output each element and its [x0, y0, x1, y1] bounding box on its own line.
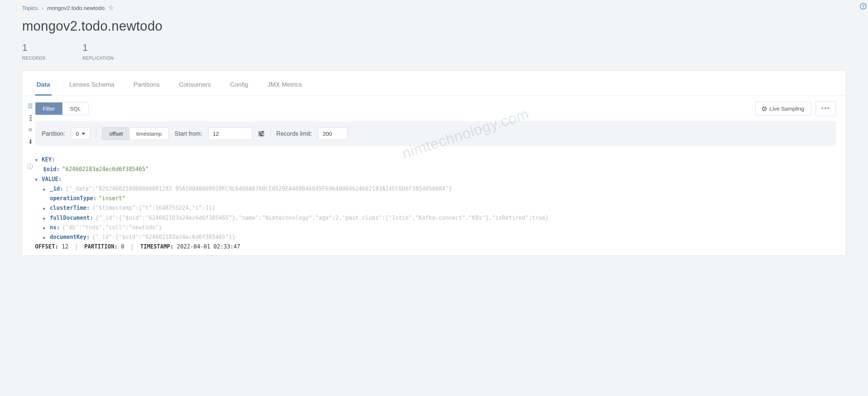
key-label: KEY: [42, 155, 55, 164]
start-from-input[interactable] [208, 127, 252, 140]
document-key-label: documentKey: [50, 232, 90, 242]
expand-icon: ▶ [43, 225, 48, 232]
stat-records: 1 RECORDS [22, 42, 46, 61]
expand-icon: ▶ [43, 186, 48, 193]
key-section[interactable]: ▼ KEY: [35, 155, 836, 164]
view-sidebar: ☰ ▪▪▪▪▪▪▪▪▪ ≡ ⬇ ⓘ [23, 96, 35, 255]
partition-value: 0 [76, 131, 79, 137]
topic-stats: 1 RECORDS 1 REPLICATION [22, 42, 846, 61]
meta-partition-label: PARTITION: [84, 243, 117, 250]
ns-value: {"db":"todo","coll":"newtodo"} [62, 223, 162, 232]
tab-jmx-metrics[interactable]: JMX Metrics [266, 77, 304, 95]
document-key-value: {"_id":{"$oid":"624602183a24ec6d6f385465… [92, 232, 235, 242]
grid-view-icon[interactable]: ▪▪▪▪▪▪▪▪▪ [30, 115, 31, 121]
stat-replication-value: 1 [83, 42, 114, 53]
tabs: Data Lenses Schema Partitions Consumers … [23, 71, 845, 96]
field-document-key[interactable]: ▶ documentKey: {"_id":{"$oid":"624602183… [35, 232, 836, 242]
records-limit-label: Records limit: [276, 131, 312, 137]
help-icon[interactable]: ? [860, 3, 867, 10]
field-id[interactable]: ▶ _id: {"_data":"8262460218000000001292 … [35, 184, 836, 194]
tab-data[interactable]: Data [35, 77, 52, 95]
play-icon [762, 107, 767, 111]
tab-config[interactable]: Config [229, 77, 250, 95]
operation-type-value: "insert" [99, 194, 125, 203]
cluster-time-value: {"$timestamp":{"t":1648755224,"i":1}} [92, 203, 215, 213]
field-ns[interactable]: ▶ ns: {"db":"todo","coll":"newtodo"} [35, 223, 836, 232]
seek-mode-toggle: offset timestamp [102, 127, 169, 140]
oid-label: $oid: [43, 164, 60, 174]
mode-toggle: Filter SQL [35, 102, 89, 115]
field-cluster-time[interactable]: ▶ clusterTime: {"$timestamp":{"t":164875… [35, 203, 836, 213]
breadcrumb: Topics › mongov2.todo.newtodo ☆ [22, 4, 846, 12]
expand-icon: ▶ [43, 234, 48, 241]
stat-replication: 1 REPLICATION [83, 42, 114, 61]
start-from-label: Start from: [175, 131, 202, 137]
field-full-document[interactable]: ▶ fullDocument: {"_id":{"$oid":"62460218… [35, 213, 836, 223]
meta-offset-value: 12 [62, 243, 68, 250]
stat-records-value: 1 [22, 42, 46, 53]
page-title: mongov2.todo.newtodo [22, 18, 846, 34]
stat-records-label: RECORDS [22, 56, 46, 61]
seek-offset[interactable]: offset [103, 128, 129, 140]
expand-icon: ▶ [43, 215, 48, 222]
download-icon[interactable]: ⬇ [28, 138, 33, 145]
rows-view-icon[interactable]: ≡ [28, 126, 32, 133]
mode-filter[interactable]: Filter [35, 103, 62, 115]
field-operation-type: operationType: "insert" [35, 194, 836, 203]
cluster-time-label: clusterTime: [50, 203, 90, 213]
meta-timestamp-label: TIMESTAMP: [140, 243, 173, 250]
separator [270, 130, 271, 138]
collapse-icon: ▼ [35, 176, 39, 183]
breadcrumb-root[interactable]: Topics [22, 5, 38, 11]
full-document-label: fullDocument: [50, 213, 93, 223]
mode-sql[interactable]: SQL [62, 103, 88, 115]
operation-type-label: operationType: [50, 194, 96, 203]
record-meta: OFFSET: 12 | PARTITION: 0 | TIMESTAMP: 2… [35, 243, 836, 250]
chevron-down-icon [82, 133, 85, 135]
seek-timestamp[interactable]: timestamp [130, 128, 168, 140]
sliders-icon[interactable] [258, 132, 264, 136]
oid-value: "624602183a24ec6d6f385465" [62, 164, 149, 174]
star-icon[interactable]: ☆ [108, 4, 114, 12]
meta-offset-label: OFFSET: [35, 243, 58, 250]
collapse-icon: ▼ [35, 157, 39, 164]
tab-partitions[interactable]: Partitions [132, 77, 161, 95]
ns-label: ns: [50, 223, 60, 232]
full-document-value: {"_id":{"$oid":"624602183a24ec6d6f385465… [95, 213, 548, 223]
expand-icon: ▶ [43, 205, 48, 212]
partition-label: Partition: [42, 131, 65, 137]
records-limit-input[interactable] [318, 127, 348, 140]
meta-partition-value: 0 [121, 243, 124, 250]
field-oid: $oid: "624602183a24ec6d6f385465" [35, 164, 836, 174]
info-icon[interactable]: ⓘ [27, 163, 33, 171]
chevron-right-icon: › [42, 5, 44, 11]
live-sampling-label: Live Sampling [769, 105, 804, 112]
topic-card: Data Lenses Schema Partitions Consumers … [22, 70, 846, 256]
value-label: VALUE: [42, 174, 62, 184]
partition-select[interactable]: 0 [71, 128, 90, 140]
list-view-icon[interactable]: ☰ [28, 103, 33, 110]
live-sampling-button[interactable]: Live Sampling [755, 102, 811, 115]
meta-timestamp-value: 2022-04-01 02:33:47 [177, 243, 240, 250]
id-value: {"_data":"8262460218000000001292 95A1004… [65, 184, 452, 194]
tab-lenses-schema[interactable]: Lenses Schema [68, 77, 116, 95]
toolbar-primary: Filter SQL Live Sampling ••• [35, 101, 836, 116]
separator [96, 130, 96, 138]
id-label: _id: [50, 184, 63, 194]
stat-replication-label: REPLICATION [83, 56, 114, 61]
toolbar-filters: Partition: 0 offset timestamp Start from… [35, 121, 836, 146]
record-tree: ▼ KEY: $oid: "624602183a24ec6d6f385465" … [35, 155, 836, 242]
value-section[interactable]: ▼ VALUE: [35, 174, 836, 184]
tab-consumers[interactable]: Consumers [178, 77, 213, 95]
more-actions-button[interactable]: ••• [816, 101, 836, 116]
breadcrumb-current: mongov2.todo.newtodo [47, 5, 105, 11]
